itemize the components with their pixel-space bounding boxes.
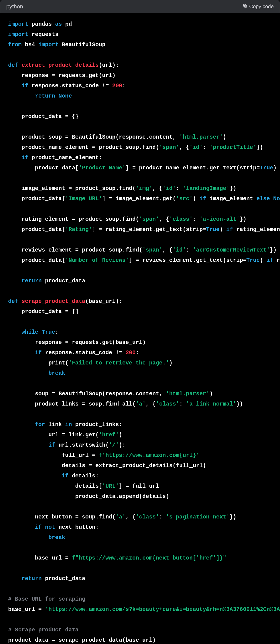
code-token: 'id' bbox=[189, 144, 203, 150]
code-token: }) bbox=[240, 216, 247, 222]
code-token: response = requests.get(url) bbox=[22, 72, 116, 79]
code-token: # Scrape product data bbox=[8, 627, 79, 633]
code-token: image_element bbox=[206, 196, 257, 202]
code-token: def bbox=[8, 62, 18, 68]
code-token: bs4 bbox=[25, 42, 35, 48]
code-token: 'id' bbox=[173, 247, 186, 253]
code-token: if bbox=[226, 226, 233, 233]
code-token: ) bbox=[260, 257, 267, 264]
code-token: product_links: bbox=[72, 422, 122, 428]
code-token: ] = full_url bbox=[119, 483, 159, 489]
code-token: import bbox=[8, 31, 28, 38]
copy-code-label: Copy code bbox=[249, 4, 274, 10]
code-token: product_soup = BeautifulSoup(response.co… bbox=[22, 134, 179, 140]
code-token: : bbox=[159, 514, 166, 520]
code-token: 'class' bbox=[169, 216, 193, 222]
code-token: True bbox=[247, 257, 260, 264]
code-token: not bbox=[45, 524, 55, 530]
code-token: ] = image_element.get( bbox=[102, 196, 176, 202]
code-token: 'URL' bbox=[102, 483, 119, 489]
code-token: ) bbox=[119, 432, 122, 438]
code-token: True bbox=[42, 329, 55, 335]
code-token: product_data[ bbox=[22, 196, 65, 202]
code-token: 200 bbox=[112, 82, 122, 89]
code-token: 'class' bbox=[136, 514, 159, 520]
code-token: f'https://www.amazon.com{url}' bbox=[99, 452, 199, 458]
code-token: product_name_element: bbox=[28, 154, 102, 161]
code-token: if bbox=[22, 154, 28, 161]
code-token: 'a-link-normal' bbox=[186, 401, 236, 407]
code-token: url.startswith( bbox=[55, 442, 109, 448]
code-token: as bbox=[55, 21, 62, 27]
code-token: rating_element = product_soup.find( bbox=[22, 216, 139, 222]
code-token: next_button: bbox=[55, 524, 99, 530]
code-token: None bbox=[58, 93, 72, 99]
code-token: rating_element bbox=[233, 226, 280, 233]
code-token: 'a' bbox=[116, 514, 126, 520]
code-token: 200 bbox=[126, 350, 136, 356]
code-token: base_url = bbox=[8, 606, 45, 612]
code-token: 'Rating' bbox=[65, 226, 92, 233]
code-token: reviews_element = product_soup.find( bbox=[22, 247, 142, 253]
code-token: ) bbox=[223, 134, 226, 140]
code-token: 'html.parser' bbox=[179, 134, 223, 140]
code-token: requests bbox=[32, 31, 58, 38]
code-token: BeautifulSoup bbox=[62, 42, 105, 48]
code-token: product_links = soup.find_all( bbox=[35, 401, 136, 407]
code-block: python Copy code import pandas as pd imp… bbox=[0, 0, 280, 644]
code-token: pandas bbox=[32, 21, 52, 27]
code-token: if bbox=[35, 524, 42, 530]
code-token: scrape_product_data bbox=[22, 298, 86, 304]
code-token: True bbox=[260, 165, 273, 171]
code-token: ): bbox=[119, 442, 126, 448]
code-token: soup = BeautifulSoup(response.content, bbox=[35, 390, 166, 397]
code-token: : bbox=[179, 401, 186, 407]
code-token: : bbox=[203, 144, 209, 150]
code-token: : bbox=[186, 247, 193, 253]
code-token: else bbox=[257, 196, 270, 202]
code-token: }) bbox=[230, 185, 236, 192]
code-header: python Copy code bbox=[0, 0, 280, 13]
code-token: response.status_code != bbox=[42, 350, 126, 356]
code-token: 'html.parser' bbox=[166, 390, 209, 397]
code-token: 'Image URL' bbox=[65, 196, 102, 202]
code-token: ) bbox=[219, 226, 226, 233]
code-token: , { bbox=[163, 247, 173, 253]
code-token: '/' bbox=[109, 442, 119, 448]
code-token: product_data = scrape_product_data(base_… bbox=[8, 637, 156, 643]
code-token: extract_product_details bbox=[22, 62, 99, 68]
code-token: 'span' bbox=[159, 144, 179, 150]
code-token: 'landingImage' bbox=[183, 185, 230, 192]
code-token: revie bbox=[273, 257, 280, 264]
code-token: f"https://www.amazon.com{next_button['hr… bbox=[72, 555, 226, 561]
code-token: (url): bbox=[99, 62, 119, 68]
code-token: ) bbox=[193, 196, 199, 202]
code-token: pd bbox=[65, 21, 72, 27]
code-token: # Base URL for scraping bbox=[8, 596, 85, 602]
code-token: details[ bbox=[75, 483, 102, 489]
code-token: ) bbox=[209, 390, 213, 397]
code-token: , { bbox=[126, 514, 136, 520]
copy-code-button[interactable]: Copy code bbox=[243, 4, 274, 10]
code-token: url = link.get( bbox=[48, 432, 99, 438]
code-token: : bbox=[176, 185, 183, 192]
code-token: 'Number of Reviews' bbox=[65, 257, 129, 264]
code-token: next_button = soup.find( bbox=[35, 514, 116, 520]
code-token: if bbox=[35, 350, 42, 356]
code-token: from bbox=[8, 42, 22, 48]
code-token: 'a' bbox=[136, 401, 145, 407]
code-token: product_data bbox=[42, 278, 85, 284]
code-token: product_data bbox=[42, 576, 85, 582]
code-token: 'acrCustomerReviewText' bbox=[193, 247, 270, 253]
code-token: 's-pagination-next' bbox=[166, 514, 230, 520]
code-token: product_data.append(details) bbox=[75, 493, 169, 500]
code-token: 'productTitle' bbox=[209, 144, 257, 150]
code-language-label: python bbox=[6, 3, 23, 10]
code-token: }) bbox=[257, 144, 263, 150]
code-token: print( bbox=[48, 360, 68, 366]
code-token: : bbox=[136, 350, 139, 356]
code-token: details: bbox=[68, 473, 99, 479]
code-token: if bbox=[48, 442, 55, 448]
code-token: , { bbox=[152, 185, 162, 192]
code-token: , { bbox=[159, 216, 169, 222]
